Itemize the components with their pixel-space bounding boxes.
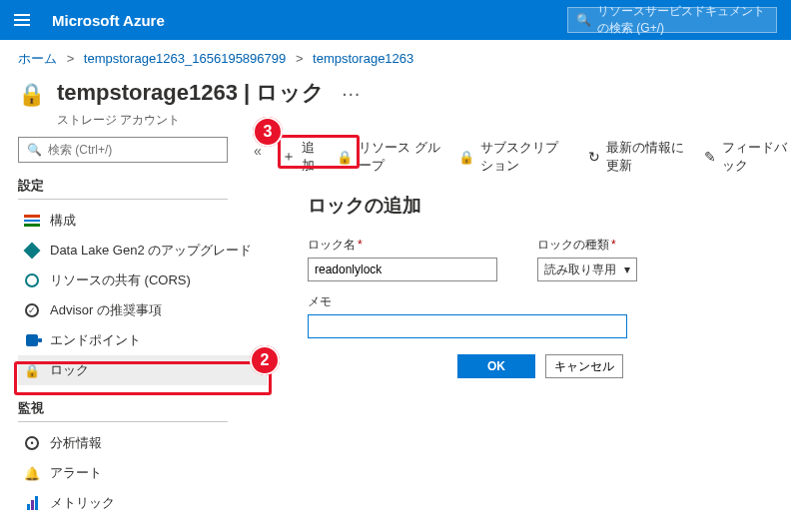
sub-label: サブスクリプション (480, 139, 570, 175)
lock-type-field: ロックの種類* 読み取り専用 ▾ (537, 237, 637, 281)
add-button[interactable]: ＋ 追加 (282, 139, 319, 175)
divider (18, 421, 228, 422)
memo-field: メモ (308, 293, 781, 338)
search-icon: 🔍 (27, 143, 42, 157)
global-search[interactable]: 🔍 リソースサービスドキュメントの検索 (G+/) (567, 7, 777, 33)
divider (18, 199, 228, 200)
breadcrumb: ホーム > tempstorage1263_1656195896799 > te… (0, 40, 791, 72)
endpoint-icon (24, 332, 40, 348)
feedback-icon: ✎ (704, 149, 716, 165)
resource-group-button[interactable]: 🔒 リソース グループ (337, 139, 440, 175)
bell-icon: 🔔 (24, 465, 40, 481)
collapse-sidebar-icon[interactable]: « (254, 143, 262, 159)
ok-button[interactable]: OK (457, 354, 535, 378)
sidebar-section-monitor: 監視 (18, 399, 248, 417)
sidebar-item-advisor[interactable]: ✓ Advisor の推奨事項 (18, 295, 268, 325)
sidebar-item-endpoint[interactable]: エンドポイント (18, 325, 268, 355)
memo-input[interactable] (308, 314, 627, 338)
panel-title: ロックの追加 (308, 193, 781, 219)
sidebar-item-locks[interactable]: 🔒 ロック (18, 355, 268, 385)
add-lock-panel: ロックの追加 ロック名* ロックの種類* 読み取り専用 ▾ メモ (298, 181, 791, 378)
breadcrumb-rg[interactable]: tempstorage1263_1656195896799 (84, 51, 286, 66)
sidebar-item-label: Data Lake Gen2 のアップグレード (50, 242, 252, 260)
sidebar-item-alerts[interactable]: 🔔 アラート (18, 458, 268, 488)
command-bar: ＋ 追加 🔒 リソース グループ 🔒 サブスクリプション ↻ 最新の情報に更新 … (254, 137, 791, 175)
sidebar-item-label: アラート (50, 464, 102, 482)
sidebar: 🔍 設定 構成 Data Lake Gen2 のアップグレード リソースの共有 … (18, 137, 248, 518)
subscription-button[interactable]: 🔒 サブスクリプション (458, 139, 570, 175)
global-search-placeholder: リソースサービスドキュメントの検索 (G+/) (597, 3, 768, 37)
lock-icon: 🔒 (337, 150, 353, 165)
metrics-icon (24, 495, 40, 511)
lock-name-label: ロック名* (308, 237, 497, 254)
upgrade-icon (24, 243, 40, 259)
page-subtitle: ストレージ アカウント (57, 112, 325, 129)
more-actions-icon[interactable]: … (341, 78, 361, 101)
rg-label: リソース グループ (359, 139, 440, 175)
page-header: 🔒 tempstorage1263 | ロック ストレージ アカウント … (0, 72, 791, 129)
lock-type-select[interactable]: 読み取り専用 ▾ (537, 258, 637, 281)
lock-icon: 🔒 (458, 150, 474, 165)
globe-icon (24, 272, 40, 288)
sidebar-item-dlg2[interactable]: Data Lake Gen2 のアップグレード (18, 236, 268, 266)
sidebar-item-label: エンドポイント (50, 331, 141, 349)
chevron-right-icon: > (67, 51, 75, 66)
search-icon: 🔍 (576, 13, 591, 27)
insights-icon: • (24, 435, 40, 451)
sidebar-item-label: 分析情報 (50, 434, 102, 452)
lock-name-field: ロック名* (308, 237, 497, 281)
sidebar-search[interactable]: 🔍 (18, 137, 228, 163)
chevron-right-icon: > (296, 51, 304, 66)
lock-icon: 🔒 (24, 362, 40, 378)
top-bar: Microsoft Azure 🔍 リソースサービスドキュメントの検索 (G+/… (0, 0, 791, 40)
lock-name-input[interactable] (308, 258, 497, 281)
lock-icon: 🔒 (18, 82, 45, 108)
refresh-icon: ↻ (588, 149, 600, 165)
sidebar-item-label: リソースの共有 (CORS) (50, 271, 191, 289)
breadcrumb-resource[interactable]: tempstorage1263 (313, 51, 413, 66)
memo-label: メモ (308, 293, 781, 310)
sidebar-item-metrics[interactable]: メトリック (18, 488, 268, 518)
breadcrumb-home[interactable]: ホーム (18, 51, 57, 66)
sidebar-search-input[interactable] (48, 143, 219, 157)
sidebar-item-label: 構成 (50, 212, 76, 230)
hamburger-menu-icon[interactable] (14, 14, 30, 26)
chevron-down-icon: ▾ (624, 263, 630, 276)
lock-type-label: ロックの種類* (537, 237, 637, 254)
feedback-button[interactable]: ✎ フィードバック (704, 139, 792, 175)
brand-label: Microsoft Azure (52, 12, 165, 29)
page-title: tempstorage1263 | ロック (57, 78, 325, 108)
sidebar-item-configuration[interactable]: 構成 (18, 206, 268, 236)
refresh-button[interactable]: ↻ 最新の情報に更新 (588, 139, 686, 175)
feedback-label: フィードバック (722, 139, 792, 175)
cancel-button[interactable]: キャンセル (545, 354, 623, 378)
sidebar-section-settings: 設定 (18, 177, 248, 195)
sidebar-item-insights[interactable]: • 分析情報 (18, 428, 268, 458)
configuration-icon (24, 213, 40, 229)
sidebar-item-label: メトリック (50, 494, 115, 512)
add-label: 追加 (302, 139, 319, 175)
advisor-icon: ✓ (24, 302, 40, 318)
sidebar-item-label: Advisor の推奨事項 (50, 301, 162, 319)
sidebar-item-cors[interactable]: リソースの共有 (CORS) (18, 266, 268, 295)
sidebar-item-label: ロック (50, 361, 89, 379)
content-area: « ＋ 追加 🔒 リソース グループ 🔒 サブスクリプション ↻ 最新の情報に更… (248, 137, 791, 518)
refresh-label: 最新の情報に更新 (606, 139, 686, 175)
plus-icon: ＋ (282, 148, 296, 166)
lock-type-value: 読み取り専用 (544, 262, 616, 278)
